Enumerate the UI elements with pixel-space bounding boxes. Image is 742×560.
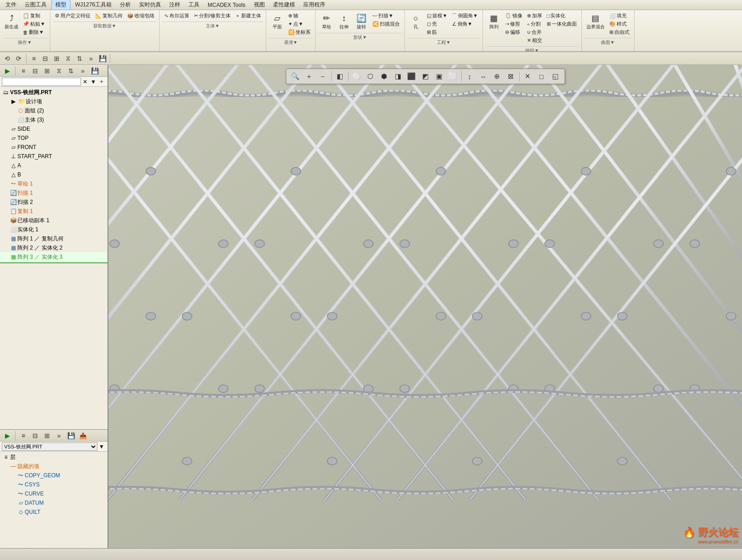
- vt-btn-rect2[interactable]: ◱: [549, 70, 562, 82]
- lower-tree-csys[interactable]: 〜 CSYS: [0, 480, 108, 489]
- tree-item-sweep1[interactable]: 🔄 扫描 1: [0, 188, 108, 197]
- tree-tb-grid[interactable]: ⊞: [42, 66, 53, 76]
- vt-btn-hex1[interactable]: ⬡: [364, 70, 377, 82]
- ribbon-btn-split[interactable]: ✂ 分割/修剪主体: [192, 12, 232, 20]
- vt-btn-zoomin[interactable]: ＋: [303, 70, 316, 82]
- ribbon-btn-draft[interactable]: ◱ 拔模▼: [425, 12, 449, 20]
- vt-btn-clip[interactable]: ◧: [333, 70, 346, 82]
- ribbon-btn-freestyle[interactable]: ⊞ 自由式: [608, 28, 631, 36]
- tb2-filter[interactable]: ⧖: [63, 53, 74, 64]
- ribbon-btn-divide[interactable]: ÷ 分割: [525, 20, 544, 28]
- ribbon-btn-csys[interactable]: 🔀 坐标系: [286, 28, 312, 36]
- ribbon-btn-delete[interactable]: 🗑 删除▼: [21, 28, 47, 36]
- ribbon-btn-thicken[interactable]: ⊕ 加厚: [525, 12, 544, 20]
- tree-item-surface[interactable]: ⬡ 面组 (2): [0, 106, 108, 115]
- lower-tb-save2[interactable]: 📤: [77, 431, 88, 441]
- lower-tb-list2[interactable]: ⊟: [30, 431, 41, 441]
- ribbon-btn-fill[interactable]: ⬜ 填充: [608, 12, 631, 20]
- ribbon-btn-udf[interactable]: ⚙ 用户定义特征: [53, 12, 92, 20]
- lower-file-down[interactable]: ▼: [97, 443, 106, 451]
- vt-btn-fit[interactable]: 🔍: [289, 70, 302, 82]
- ribbon-btn-mirror[interactable]: 🪞 镜像: [503, 12, 524, 20]
- ribbon-btn-point[interactable]: ✦ 点▼: [286, 20, 312, 28]
- vt-btn-nav2[interactable]: ↔: [477, 70, 490, 82]
- vt-btn-box4[interactable]: ▣: [433, 70, 446, 82]
- tree-item-side[interactable]: ▱ SIDE: [0, 124, 108, 133]
- ribbon-btn-newbody[interactable]: ＋ 新建主体: [233, 12, 263, 20]
- menu-file[interactable]: 文件: [2, 0, 20, 10]
- ribbon-btn-rib[interactable]: ⊞ 筋: [425, 28, 449, 36]
- ribbon-btn-sweep[interactable]: 〰 扫描▼: [371, 12, 402, 20]
- menu-wj[interactable]: WJ1276工具箱: [71, 0, 115, 10]
- tree-item-top[interactable]: ▱ TOP: [0, 133, 108, 143]
- tree-item-file[interactable]: 🗂 VSS-铁丝网.PRT: [0, 88, 108, 97]
- lower-tb-grid[interactable]: ⊞: [42, 431, 53, 441]
- ribbon-btn-unify[interactable]: ⊞ 一体化曲面: [545, 20, 579, 28]
- tree-item-sketch1[interactable]: 〜 草绘 1: [0, 179, 108, 188]
- ribbon-btn-plane[interactable]: ▱ 平面: [269, 12, 285, 36]
- ribbon-btn-revolve[interactable]: 🔄 旋转: [353, 12, 370, 31]
- viewport[interactable]: 🔍 ＋ － ◧ ⚪ ⬡ ⬢ ◨ ⬛ ◩ ▣ ⬜ ↕ ↔ ⊕ ⊠ ✕ □ ◱: [108, 65, 742, 548]
- tree-item-solid1[interactable]: ⬜ 实体化 1: [0, 225, 108, 234]
- ribbon-btn-style[interactable]: 🎨 样式: [608, 20, 631, 28]
- tree-tb-list2[interactable]: ⊟: [30, 66, 41, 76]
- lower-tb-save1[interactable]: 💾: [65, 431, 76, 441]
- vt-btn-box3[interactable]: ◩: [419, 70, 432, 82]
- tb2-list1[interactable]: ≡: [28, 53, 39, 64]
- tree-item-design[interactable]: ▶ 📁 设计项: [0, 97, 108, 106]
- tb2-undo[interactable]: ⟲: [2, 53, 13, 64]
- vt-btn-hex2[interactable]: ⬢: [378, 70, 391, 82]
- tb2-table[interactable]: ⊞: [51, 53, 62, 64]
- ribbon-btn-copygeom[interactable]: 📐 复制几何: [93, 12, 124, 20]
- tree-search-add[interactable]: ＋: [97, 78, 106, 86]
- vt-btn-box1[interactable]: ◨: [392, 70, 404, 82]
- ribbon-btn-pattern[interactable]: ▦ 阵列: [486, 12, 502, 44]
- tree-item-array1[interactable]: ▦ 阵列 1 ／ 复制几何: [0, 234, 108, 243]
- tree-tb-sort[interactable]: ⇅: [65, 66, 76, 76]
- ribbon-btn-chamfer[interactable]: ∠ 倒角▼: [450, 20, 480, 28]
- vt-btn-rect1[interactable]: □: [535, 70, 548, 82]
- menu-flex[interactable]: 柔性建模: [269, 0, 299, 10]
- tree-item-array3[interactable]: ▦ 阵列 3 ／ 实体化 3: [0, 252, 108, 261]
- menu-apps[interactable]: 应用程序: [300, 0, 329, 10]
- ribbon-btn-round[interactable]: ⌒ 倒圆角▼: [450, 12, 480, 20]
- ribbon-btn-offset[interactable]: ⊖ 偏移: [503, 28, 524, 36]
- lower-tree-copygeom[interactable]: 〜 COPY_GEOM: [0, 471, 108, 480]
- menu-model[interactable]: 模型: [51, 0, 70, 10]
- tree-search-input[interactable]: [2, 78, 81, 86]
- tb2-more[interactable]: »: [86, 53, 97, 64]
- lower-file-select[interactable]: VSS-铁丝网.PRT: [2, 443, 97, 451]
- ribbon-btn-shell[interactable]: ◻ 壳: [425, 20, 449, 28]
- tree-search-clear[interactable]: ✕: [81, 78, 89, 86]
- ribbon-btn-trim[interactable]: ⇢ 修剪: [503, 20, 524, 28]
- vt-btn-nav4[interactable]: ⊠: [505, 70, 517, 82]
- tree-tb-filter[interactable]: ⧖: [54, 66, 65, 76]
- ribbon-btn-shrink[interactable]: 📦 收缩包络: [125, 12, 156, 20]
- tree-item-front[interactable]: ▱ FRONT: [0, 143, 108, 152]
- tree-item-body[interactable]: ⬜ 主体 (3): [0, 115, 108, 124]
- ribbon-btn-copy[interactable]: 📋 复制: [21, 12, 47, 20]
- menu-view[interactable]: 视图: [250, 0, 269, 10]
- tb2-list2[interactable]: ⊟: [40, 53, 51, 64]
- tree-item-moved[interactable]: 📦 已移动副本 1: [0, 216, 108, 225]
- tree-item-b[interactable]: △ B: [0, 170, 108, 179]
- lower-tree-layer[interactable]: ≡ 层: [0, 453, 108, 462]
- tree-item-copy1[interactable]: 📋 复制 1: [0, 207, 108, 216]
- tb2-redo[interactable]: ⟳: [13, 53, 24, 64]
- lower-tree-curve[interactable]: 〜 CURVE: [0, 489, 108, 498]
- ribbon-btn-blend[interactable]: 🔀 扫描混合: [371, 20, 402, 28]
- menu-mcadex[interactable]: MCADEX Tools: [204, 1, 249, 9]
- tb2-sort[interactable]: ⇅: [74, 53, 85, 64]
- menu-analysis[interactable]: 分析: [116, 0, 134, 10]
- vt-btn-close[interactable]: ✕: [522, 70, 534, 82]
- ribbon-btn-hole[interactable]: ○ 孔: [408, 12, 424, 36]
- ribbon-btn-extrude[interactable]: ↕ 拉伸: [336, 12, 352, 31]
- vt-btn-nav1[interactable]: ↕: [463, 70, 476, 82]
- tb2-save[interactable]: 💾: [97, 53, 108, 64]
- tree-search-go[interactable]: ▼: [89, 78, 97, 86]
- ribbon-btn-intersect[interactable]: ✕ 相交: [525, 37, 544, 44]
- tree-item-array2[interactable]: ▦ 阵列 2 ／ 实体化 2: [0, 243, 108, 252]
- lower-tree-hidden[interactable]: — 隐藏的项: [0, 462, 108, 471]
- lower-tree-datum[interactable]: ▱ DATUM: [0, 498, 108, 507]
- ribbon-btn-merge[interactable]: ∪ 合并: [525, 28, 544, 36]
